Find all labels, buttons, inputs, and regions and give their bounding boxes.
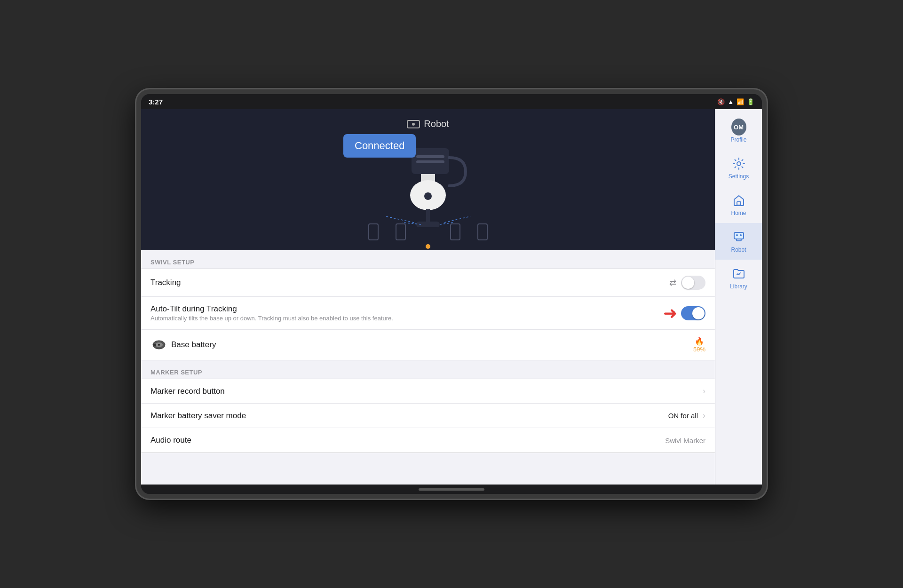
audio-route-right: Swivl Marker	[665, 437, 705, 445]
auto-tilt-content: Auto-Tilt during Tracking Automatically …	[150, 304, 672, 322]
marker-battery-saver-content: Marker battery saver mode	[150, 411, 668, 421]
swivl-setup-group: Tracking ⇄ Auto-Tilt during Tracking	[141, 269, 715, 360]
battery-icon-wrap	[150, 336, 167, 353]
svg-rect-1	[416, 155, 444, 158]
robot-nav-icon	[732, 230, 745, 244]
gear-icon	[732, 157, 745, 170]
svg-rect-2	[416, 160, 444, 163]
sidebar-item-profile[interactable]: OM Profile	[715, 113, 762, 150]
auto-tilt-toggle[interactable]	[681, 306, 705, 320]
marker-record-label: Marker record button	[150, 387, 703, 396]
auto-tilt-right: ↕	[672, 306, 705, 320]
mic-icon-2	[396, 223, 406, 240]
auto-tilt-sublabel: Automatically tilts the base up or down.…	[150, 315, 672, 322]
marker-record-content: Marker record button	[150, 387, 703, 396]
svg-rect-18	[734, 232, 744, 239]
svg-rect-19	[737, 239, 741, 241]
mic-icon-4	[477, 223, 488, 240]
tracking-right: ⇄	[669, 276, 705, 290]
robot-area: Robot Connected	[141, 109, 715, 250]
house-icon	[732, 194, 745, 207]
mute-icon: 🔇	[717, 98, 725, 105]
sidebar-settings-label: Settings	[729, 173, 749, 180]
auto-tilt-row[interactable]: Auto-Tilt during Tracking Automatically …	[141, 297, 715, 330]
svg-point-15	[158, 344, 160, 346]
home-bar	[419, 488, 484, 491]
signal-icon: ▲	[728, 98, 734, 105]
svg-line-8	[386, 216, 414, 222]
sidebar-item-settings[interactable]: Settings	[715, 150, 762, 186]
sidebar-library-label: Library	[730, 283, 747, 290]
mics-row	[368, 223, 488, 240]
robot-visual-container: Connected	[357, 139, 499, 249]
robot-title-row: Robot	[407, 119, 449, 129]
marker-setup-header: MARKER SETUP	[141, 360, 715, 379]
svg-point-16	[737, 162, 741, 166]
marker-battery-saver-chevron: ›	[703, 411, 705, 421]
status-icons: 🔇 ▲ 📶 🔋	[717, 98, 754, 105]
battery-base-icon	[151, 340, 166, 350]
marker-record-right: ›	[703, 386, 705, 396]
base-battery-right: 🔥 59%	[693, 337, 705, 353]
mic-icon-1	[368, 223, 379, 240]
mic-icon-3	[450, 223, 460, 240]
sidebar-item-robot[interactable]: Robot	[715, 223, 762, 260]
wifi-icon: 📶	[737, 98, 744, 105]
home-icon	[731, 193, 746, 208]
tracking-toggle-knob	[682, 277, 694, 289]
profile-icon: OM	[731, 119, 746, 135]
robot-title-text: Robot	[424, 119, 449, 129]
svg-rect-17	[737, 202, 741, 205]
tracking-label: Tracking	[150, 278, 669, 287]
main-area: Robot Connected	[141, 109, 762, 485]
marker-setup-group: Marker record button › Marker battery sa…	[141, 379, 715, 453]
marker-battery-saver-right: ON for all ›	[668, 411, 705, 421]
tracking-toggle[interactable]	[681, 276, 705, 290]
tracking-sort-icon: ⇄	[669, 278, 676, 288]
audio-route-row[interactable]: Audio route Swivl Marker	[141, 428, 715, 453]
mic-center-space	[423, 223, 433, 240]
marker-record-row[interactable]: Marker record button ›	[141, 379, 715, 404]
auto-tilt-label: Auto-Tilt during Tracking	[150, 304, 672, 314]
base-battery-row[interactable]: Base battery 🔥 59%	[141, 330, 715, 360]
svg-point-5	[424, 192, 432, 200]
marker-battery-saver-label: Marker battery saver mode	[150, 411, 668, 421]
sidebar-item-home[interactable]: Home	[715, 186, 762, 223]
connected-badge: Connected	[343, 134, 416, 158]
battery-flame-icon: 🔥	[695, 337, 704, 346]
profile-circle: OM	[731, 119, 746, 135]
robot-title-icon	[407, 120, 420, 128]
svg-rect-6	[426, 209, 430, 222]
app-content: Robot Connected	[141, 109, 715, 485]
base-battery-content: Base battery	[171, 340, 693, 350]
audio-route-content: Audio route	[150, 436, 665, 445]
settings-area[interactable]: SWIVL SETUP Tracking ⇄	[141, 250, 715, 485]
tracking-content: Tracking	[150, 278, 669, 287]
status-bar: 3:27 🔇 ▲ 📶 🔋	[141, 94, 762, 109]
home-indicator	[141, 485, 762, 494]
audio-route-label: Audio route	[150, 436, 665, 445]
sidebar-profile-label: Profile	[730, 136, 746, 143]
library-icon	[731, 266, 746, 281]
marker-battery-saver-value: ON for all	[668, 412, 698, 420]
folder-icon	[732, 267, 745, 280]
svg-point-20	[736, 234, 738, 236]
battery-percent: 🔥 59%	[693, 337, 705, 353]
sidebar-item-library[interactable]: Library	[715, 260, 762, 296]
carousel-dot	[426, 244, 430, 249]
tracking-row[interactable]: Tracking ⇄	[141, 269, 715, 297]
svg-point-21	[740, 234, 742, 236]
auto-tilt-toggle-knob	[692, 307, 705, 319]
base-battery-label: Base battery	[171, 340, 693, 350]
sidebar-robot-label: Robot	[731, 246, 746, 253]
svg-line-11	[444, 216, 470, 222]
sidebar-home-label: Home	[731, 210, 746, 216]
status-time: 3:27	[149, 98, 163, 106]
battery-icon: 🔋	[747, 98, 754, 105]
robot-icon	[731, 230, 746, 245]
svg-rect-14	[153, 344, 156, 346]
tablet-shell: 3:27 🔇 ▲ 📶 🔋 Robot Connected	[136, 89, 767, 499]
swivl-setup-header: SWIVL SETUP	[141, 250, 715, 269]
auto-tilt-sort-icon: ↕	[672, 308, 676, 318]
marker-battery-saver-row[interactable]: Marker battery saver mode ON for all ›	[141, 404, 715, 428]
